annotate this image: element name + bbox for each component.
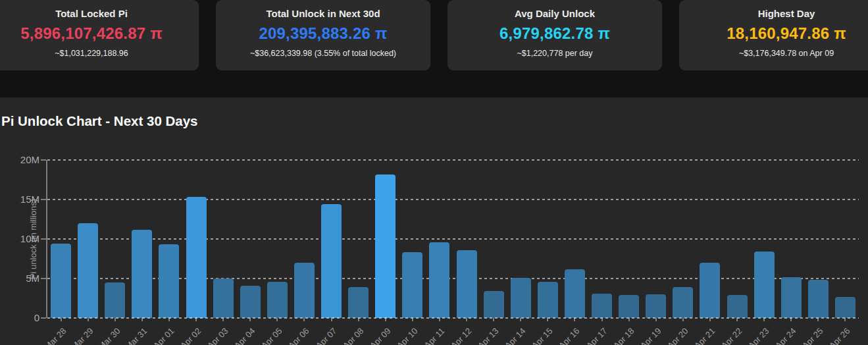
y-tick-label-15M: 15M	[0, 194, 39, 205]
stat-title: Avg Daily Unlock	[447, 7, 662, 20]
stat-card-avg-daily-unlock: Avg Daily Unlock 6,979,862.78 π ~$1,220,…	[447, 0, 662, 70]
gridline-20M	[47, 159, 859, 161]
stat-card-total-unlock-30d: Total Unlock in Next 30d 209,395,883.26 …	[216, 0, 430, 70]
bar-Apr-14[interactable]	[511, 278, 531, 318]
bar-Apr-20[interactable]	[673, 287, 693, 318]
bar-Apr-02[interactable]	[186, 197, 207, 318]
y-axis-tick	[41, 159, 46, 161]
bar-Mar-31[interactable]	[132, 230, 152, 318]
bar-Apr-12[interactable]	[457, 250, 477, 318]
bar-Apr-06[interactable]	[294, 263, 315, 318]
y-tick-label-20M: 20M	[0, 154, 39, 166]
bar-Apr-07[interactable]	[321, 204, 342, 318]
bar-Mar-29[interactable]	[78, 223, 98, 318]
y-tick-label-0: 0	[0, 312, 39, 324]
bar-Apr-21[interactable]	[700, 263, 720, 318]
bar-Apr-26[interactable]	[835, 297, 855, 318]
bar-Apr-23[interactable]	[754, 252, 775, 318]
bar-Apr-25[interactable]	[808, 280, 829, 318]
bar-chart-plot-area: 05M10M15M20MMar 28Mar 29Mar 30Mar 31Apr …	[47, 160, 859, 318]
stat-card-total-locked: Total Locked Pi 5,896,107,426.87 π ~$1,0…	[0, 0, 199, 70]
bar-Apr-22[interactable]	[727, 295, 748, 318]
bar-Apr-19[interactable]	[646, 294, 666, 318]
bar-Apr-05[interactable]	[267, 282, 288, 318]
chart-title: Pi Unlock Chart - Next 30 Days	[1, 113, 198, 129]
bar-Apr-08[interactable]	[348, 287, 369, 318]
bar-Apr-16[interactable]	[565, 269, 585, 318]
unlock-chart-panel: Pi Unlock Chart - Next 30 Days Pi unlock…	[0, 97, 868, 345]
stats-row: Total Locked Pi 5,896,107,426.87 π ~$1,0…	[0, 0, 868, 70]
y-axis-tick	[41, 199, 46, 200]
gridline-10M	[47, 238, 859, 240]
bar-Apr-09[interactable]	[375, 174, 396, 318]
y-axis-tick	[41, 317, 46, 319]
y-axis-tick	[41, 238, 46, 240]
stat-title: Highest Day	[679, 7, 868, 20]
stat-subtitle: ~$36,623,339.98 (3.55% of total locked)	[216, 49, 430, 58]
bar-Apr-24[interactable]	[781, 277, 802, 318]
bar-Apr-15[interactable]	[538, 282, 558, 318]
bar-Mar-30[interactable]	[105, 282, 125, 318]
stat-subtitle: ~$1,220,778 per day	[447, 49, 662, 58]
bar-Apr-10[interactable]	[402, 252, 422, 318]
bar-Apr-11[interactable]	[429, 242, 449, 318]
stat-title: Total Unlock in Next 30d	[216, 7, 430, 20]
stat-value: 209,395,883.26 π	[216, 24, 430, 43]
y-tick-label-5M: 5M	[0, 273, 39, 284]
x-tick-label-Mar-28: Mar 28	[26, 326, 68, 345]
stat-value: 6,979,862.78 π	[447, 24, 662, 43]
y-axis-tick	[41, 278, 46, 279]
stat-title: Total Locked Pi	[0, 7, 199, 20]
bar-Apr-03[interactable]	[213, 279, 234, 318]
gridline-15M	[47, 199, 859, 200]
bar-Apr-17[interactable]	[592, 294, 612, 318]
bar-Apr-13[interactable]	[484, 291, 504, 318]
stat-subtitle: ~$1,031,229,188.96	[0, 49, 199, 58]
stat-subtitle: ~$3,176,349.78 on Apr 09	[679, 49, 868, 58]
bar-Apr-01[interactable]	[159, 244, 179, 318]
y-tick-label-10M: 10M	[0, 233, 39, 245]
bar-Apr-18[interactable]	[619, 295, 639, 318]
stat-value: 5,896,107,426.87 π	[0, 24, 199, 43]
stat-card-highest-day: Highest Day 18,160,947.86 π ~$3,176,349.…	[679, 0, 868, 70]
stat-value: 18,160,947.86 π	[679, 24, 868, 43]
bar-Apr-04[interactable]	[240, 286, 261, 318]
bar-Mar-28[interactable]	[51, 244, 71, 318]
gridline-0	[47, 317, 859, 319]
